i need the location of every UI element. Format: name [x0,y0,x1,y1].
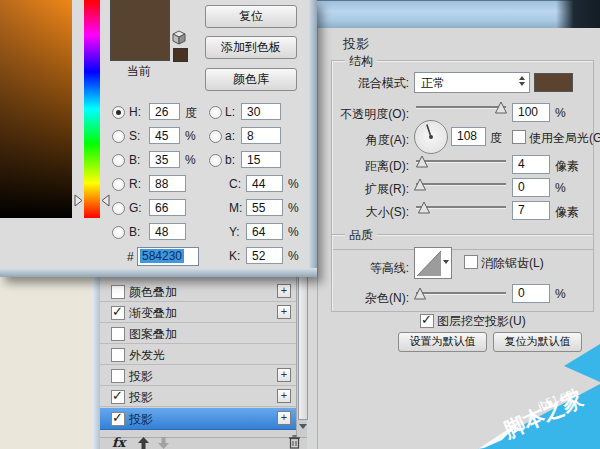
style-checkbox[interactable] [111,327,125,341]
field-input-c[interactable]: 44 [246,175,283,192]
style-row-label: 渐变叠加 [129,305,177,322]
field-input-b[interactable]: 35 [149,151,180,168]
field-input-s[interactable]: 45 [149,127,180,144]
opacity-label: 不透明度(O): [321,106,409,123]
watermark-banner: jb51.net 脚本之家 [450,340,600,449]
angle-dial[interactable] [414,120,448,154]
field-input-r[interactable]: 88 [149,175,186,192]
color-libraries-button[interactable]: 颜色库 [205,68,297,91]
field-unit-b: % [185,153,196,167]
style-row-color-overlay[interactable]: 颜色叠加 + [100,281,296,302]
field-input-m[interactable]: 55 [246,199,283,216]
angle-label: 角度(A): [321,132,409,149]
style-checkbox[interactable] [111,412,125,426]
add-to-swatches-button[interactable]: 添加到色板 [205,36,297,59]
knockout-checkbox[interactable] [420,314,434,328]
blend-mode-value: 正常 [421,75,445,92]
current-color-label: 当前 [110,63,168,80]
style-row-gradient-overlay[interactable]: 渐变叠加 + [100,302,296,323]
color-picker-dialog: 当前 复位 添加到色板 颜色库 H: 26 度 L: 30 S: 45 % a:… [0,0,317,277]
field-label-l: L: [225,105,235,119]
field-label-c: C: [229,177,241,191]
angle-unit: 度 [490,130,502,147]
opacity-value[interactable]: 100 [512,103,550,122]
opacity-slider[interactable] [414,99,514,115]
scrollbar-thumb[interactable] [298,258,308,420]
hue-handle-left-icon[interactable] [74,194,83,207]
field-input-h[interactable]: 26 [149,103,180,120]
scrollbar-down-arrow-icon[interactable] [299,424,307,429]
field-label-b: B: [129,153,140,167]
knockout-label: 图层挖空投影(U) [437,313,526,330]
distance-slider[interactable] [414,153,514,169]
antialias-checkbox[interactable] [464,255,478,269]
radio-h[interactable] [112,106,125,119]
radio-a[interactable] [209,130,222,143]
trash-icon[interactable] [288,435,301,449]
style-row-label: 外发光 [129,347,165,364]
expand-plus-button[interactable]: + [277,305,291,319]
radio-s[interactable] [112,130,125,143]
spread-value[interactable]: 0 [512,178,550,197]
noise-label: 杂色(N): [321,290,409,307]
hue-slider[interactable] [84,0,100,218]
radio-r[interactable] [112,178,125,191]
shadow-color-swatch[interactable] [534,73,573,92]
style-checkbox[interactable] [111,348,125,362]
style-row-label: 投影 [129,368,153,385]
expand-plus-button[interactable]: + [277,389,291,403]
radio-b[interactable] [112,154,125,167]
field-input-l[interactable]: 30 [241,103,281,120]
distance-value[interactable]: 4 [512,155,550,174]
field-label-b3: B: [129,225,140,239]
contour-picker[interactable] [414,247,452,279]
fx-icon[interactable]: fx [112,435,125,449]
noise-value[interactable]: 0 [512,284,550,303]
style-checkbox[interactable] [111,306,125,320]
radio-l[interactable] [209,106,222,119]
global-light-checkbox[interactable] [512,130,526,144]
expand-plus-button[interactable]: + [277,284,291,298]
move-up-icon[interactable] [138,437,149,449]
field-input-a[interactable]: 8 [241,127,281,144]
spread-slider[interactable] [414,176,514,192]
style-row-drop-shadow-1[interactable]: 投影 + [100,365,296,386]
field-input-b2[interactable]: 15 [241,151,281,168]
field-label-y: Y: [229,225,240,239]
field-label-k: K: [229,249,240,263]
dropdown-stepper-icon [519,74,525,86]
color-field[interactable] [0,0,72,218]
field-input-b3[interactable]: 48 [149,223,186,240]
radio-b2[interactable] [209,154,222,167]
angle-value[interactable]: 108 [451,127,486,146]
field-input-y[interactable]: 64 [246,223,283,240]
expand-plus-button[interactable]: + [277,411,291,425]
style-row-label: 投影 [129,389,153,406]
field-input-g[interactable]: 66 [149,199,186,216]
gamut-color-swatch[interactable] [173,48,188,62]
field-label-h: H: [129,105,141,119]
move-down-icon[interactable] [158,437,169,449]
gamut-warning-cube-icon[interactable] [171,30,187,45]
style-checkbox[interactable] [111,369,125,383]
radio-g[interactable] [112,202,125,215]
field-unit-m: % [288,201,299,215]
noise-slider[interactable] [414,285,514,301]
style-row-drop-shadow-2[interactable]: 投影 + [100,386,296,407]
style-checkbox[interactable] [111,285,125,299]
field-input-k[interactable]: 52 [246,247,283,264]
hue-handle-right-icon[interactable] [101,194,110,207]
hex-input[interactable]: 584230 [137,247,199,266]
size-slider[interactable] [414,199,514,215]
field-label-g: G: [129,201,142,215]
style-row-pattern-overlay[interactable]: 图案叠加 + [100,323,296,344]
style-checkbox[interactable] [111,390,125,404]
blend-mode-dropdown[interactable]: 正常 [414,72,530,93]
style-row-outer-glow[interactable]: 外发光 + [100,344,296,365]
expand-plus-button[interactable]: + [277,368,291,382]
size-value[interactable]: 7 [512,201,550,220]
contour-dropdown-arrow-icon [443,260,449,264]
style-row-drop-shadow-3[interactable]: 投影 + [100,408,296,430]
reset-button[interactable]: 复位 [205,5,297,28]
radio-b3[interactable] [112,226,125,239]
